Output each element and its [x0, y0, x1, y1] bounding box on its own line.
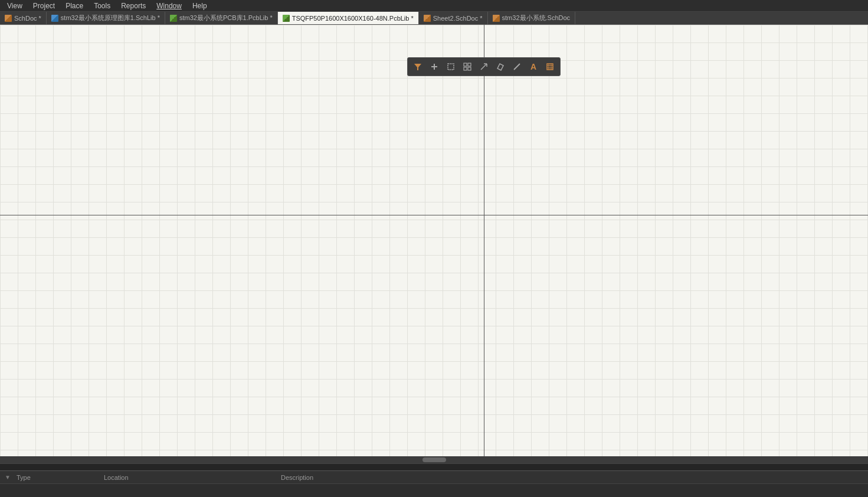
grid-icon	[463, 63, 471, 71]
schdoc-main-icon	[493, 15, 500, 22]
main-container: View Project Place Tools Reports Window …	[0, 0, 868, 497]
column-headers: ▼ Type Location Description	[0, 470, 868, 483]
menu-project[interactable]: Project	[28, 1, 60, 11]
svg-rect-3	[448, 64, 454, 70]
pcblib-icon-active	[283, 15, 290, 22]
tab-schdoc-prev[interactable]: SchDoc *	[0, 12, 47, 24]
add-button[interactable]	[427, 59, 442, 74]
tab-label: stm32最小系统.SchDoc	[502, 14, 571, 22]
snap-icon	[480, 63, 488, 71]
col-location-header[interactable]: Location	[99, 473, 276, 482]
status-bar	[0, 463, 868, 470]
filter-button[interactable]	[410, 59, 425, 74]
svg-rect-5	[468, 63, 471, 66]
col-description-header[interactable]: Description	[276, 473, 318, 482]
crosshair-vertical	[484, 25, 484, 463]
sort-indicator-icon: ▼	[5, 474, 11, 480]
horizontal-scrollbar[interactable]	[0, 456, 868, 463]
pcblib-icon	[170, 15, 177, 22]
tab-label: SchDoc *	[14, 15, 41, 22]
schdoc-icon	[5, 15, 12, 22]
add-icon	[430, 63, 438, 71]
tab-label: Sheet2.SchDoc *	[433, 15, 483, 22]
sheet2-icon	[424, 15, 431, 22]
menu-place[interactable]: Place	[61, 1, 88, 11]
grid-button[interactable]	[460, 59, 475, 74]
menu-tools[interactable]: Tools	[89, 1, 115, 11]
bottom-panel: ▼ Type Location Description	[0, 463, 868, 497]
col-location-label: Location	[99, 474, 133, 481]
crosshair-horizontal	[0, 215, 868, 215]
canvas-wrapper: A	[0, 25, 868, 497]
svg-marker-0	[414, 64, 421, 70]
svg-line-12	[514, 64, 520, 70]
snap-button[interactable]	[476, 59, 492, 74]
grid-canvas	[0, 25, 868, 463]
svg-line-8	[481, 64, 487, 70]
floating-toolbar: A	[407, 57, 561, 76]
data-rows-area	[0, 483, 868, 497]
eraser-button[interactable]	[493, 59, 508, 74]
text-button[interactable]: A	[526, 59, 541, 74]
svg-rect-7	[468, 67, 471, 70]
text-icon: A	[530, 63, 536, 71]
component-button[interactable]	[542, 59, 558, 74]
svg-rect-13	[547, 64, 553, 70]
col-type-header[interactable]: ▼ Type	[5, 474, 99, 481]
component-icon	[546, 63, 554, 71]
menu-view[interactable]: View	[2, 1, 27, 11]
svg-marker-11	[497, 64, 503, 70]
tab-schdoc-main[interactable]: stm32最小系统.SchDoc	[488, 12, 576, 24]
canvas-area[interactable]	[0, 25, 868, 463]
menu-reports[interactable]: Reports	[116, 1, 150, 11]
line-button[interactable]	[509, 59, 525, 74]
menu-help[interactable]: Help	[188, 1, 212, 11]
menu-window[interactable]: Window	[152, 1, 186, 11]
menu-bar: View Project Place Tools Reports Window …	[0, 0, 868, 12]
line-icon	[513, 63, 521, 71]
col-type-label: Type	[12, 474, 35, 481]
tab-pcblib1[interactable]: stm32最小系统PCB库1.PcbLib *	[165, 12, 278, 24]
rect-select-button[interactable]	[443, 59, 458, 74]
tab-bar: SchDoc * stm32最小系统原理图库1.SchLib * stm32最小…	[0, 12, 868, 25]
tab-pcbdoc[interactable]: TSQFP50P1600X1600X160-48N.PcbLib *	[278, 12, 419, 24]
tab-schlib1[interactable]: stm32最小系统原理图库1.SchLib *	[47, 12, 165, 24]
tab-sheet2[interactable]: Sheet2.SchDoc *	[419, 12, 488, 24]
tab-label: stm32最小系统PCB库1.PcbLib *	[179, 14, 273, 22]
col-description-label: Description	[276, 474, 318, 481]
tab-label-active: TSQFP50P1600X1600X160-48N.PcbLib *	[292, 15, 414, 22]
svg-rect-6	[464, 67, 467, 70]
hscroll-thumb[interactable]	[422, 457, 446, 462]
tab-label: stm32最小系统原理图库1.SchLib *	[61, 14, 160, 22]
svg-rect-4	[464, 63, 467, 66]
filter-icon	[414, 63, 422, 71]
eraser-icon	[496, 63, 505, 71]
schlib-icon	[51, 15, 58, 22]
rect-select-icon	[447, 63, 455, 71]
